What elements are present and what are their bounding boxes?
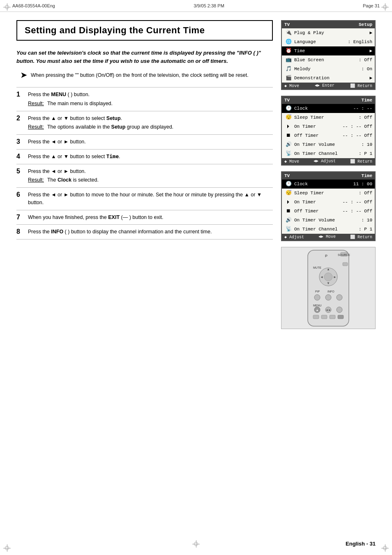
remote-svg: P SOURCE MUTE ▲ ▼ ◄ ► PIP INFO — [285, 248, 371, 328]
svg-rect-0 — [308, 250, 349, 326]
corner-mark-br — [381, 544, 389, 552]
svg-text:PIP: PIP — [315, 290, 320, 293]
svg-text:SOURCE: SOURCE — [338, 253, 350, 256]
time-menu1-header: TV Time — [282, 97, 375, 104]
step-number: 3 — [16, 135, 26, 150]
menu-item-label: Blue Screen — [294, 57, 357, 64]
step-number: 6 — [16, 188, 26, 210]
menu-item-value: -- : -- Off — [342, 123, 372, 130]
time2-menu-title: Time — [362, 173, 372, 178]
main-content: Setting and Displaying the Current Time … — [0, 12, 392, 337]
step-content: Press the ◄ or ► button to move to the h… — [26, 188, 273, 210]
step-content: When you have finished, press the EXIT (… — [26, 210, 273, 225]
step-content: Press the MENU ( ) button.Result:The mai… — [26, 88, 273, 111]
menu-item-row: 🔌Plug & Play▶ — [282, 28, 375, 37]
menu-item-row: 😴Sleep Timer: Off — [282, 189, 375, 198]
time2-footer-center: ◄► Move — [318, 235, 336, 240]
menu-item-value: ▶ — [369, 75, 372, 82]
menu-item-value: -- : -- Off — [342, 208, 372, 215]
menu-item-label: On Timer — [294, 123, 341, 130]
time-menu1-body: 🕐Clock-- : --😴Sleep Timer: Off⏵On Timer-… — [282, 104, 375, 158]
menu-item-row: 🕐Clock11 : 00 — [282, 180, 375, 189]
menu-item-icon: ⏹ — [284, 207, 293, 215]
svg-rect-24 — [321, 315, 327, 319]
step-number: 4 — [16, 149, 26, 164]
menu-item-value: : 10 — [362, 141, 372, 148]
menu-item-value: -- : -- — [353, 105, 372, 112]
header-center: 3/9/05 2:38 PM — [194, 3, 224, 8]
svg-point-14 — [314, 295, 320, 300]
time-menu2-screen: TV Time 🕐Clock11 : 00😴Sleep Timer: Off⏵O… — [281, 171, 376, 241]
svg-text:◄: ◄ — [320, 275, 323, 279]
menu-item-label: Plug & Play — [294, 30, 368, 37]
time-menu2-body: 🕐Clock11 : 00😴Sleep Timer: Off⏵On Timer-… — [282, 180, 375, 234]
title-box: Setting and Displaying the Current Time — [16, 20, 273, 41]
menu-item-icon: 😴 — [284, 189, 293, 197]
arrow-note-text: When pressing the "" button (On/Off) on … — [31, 71, 249, 79]
svg-text:►: ► — [333, 275, 337, 279]
setup-tv-label: TV — [284, 22, 290, 27]
svg-text:▲: ▲ — [316, 309, 319, 311]
menu-item-row: 📡On Timer Channel: P 1 — [282, 225, 375, 234]
menu-item-row: ⏹Off Timer-- : -- Off — [282, 131, 375, 140]
step-row: 8Press the INFO ( ) button to display th… — [16, 225, 273, 240]
arrow-symbol: ➤ — [21, 71, 27, 80]
menu-item-value: 11 : 00 — [353, 181, 372, 188]
menu-item-value: : 10 — [362, 217, 372, 224]
setup-footer-right: ⬜ Return — [350, 83, 372, 88]
time2-tv-label: TV — [284, 173, 290, 178]
time2-footer-left: ◆ Adjust — [284, 235, 304, 240]
menu-item-icon: 🔌 — [284, 29, 293, 37]
step-number: 5 — [16, 164, 26, 188]
svg-point-16 — [337, 295, 342, 300]
menu-item-row: 🎬Demonstration▶ — [282, 74, 375, 83]
menu-item-value: : Off — [359, 190, 372, 197]
menu-item-icon: ⏵ — [284, 198, 293, 206]
right-column: TV Setup 🔌Plug & Play▶🌐Language: English… — [281, 20, 376, 329]
step-content: Press the ▲ or ▼ button to select Time. — [26, 149, 273, 164]
svg-text:MUTE: MUTE — [313, 266, 321, 269]
svg-text:MENU: MENU — [313, 304, 322, 307]
arrow-note: ➤ When pressing the "" button (On/Off) o… — [16, 71, 273, 80]
step-content: Press the INFO ( ) button to display the… — [26, 225, 273, 240]
menu-item-icon: 🌐 — [284, 38, 293, 46]
menu-item-value: : On — [362, 66, 372, 73]
menu-item-label: Language — [294, 39, 346, 46]
setup-menu-body: 🔌Plug & Play▶🌐Language: English⏰Time▶📺Bl… — [282, 28, 375, 83]
time1-tv-label: TV — [284, 98, 290, 103]
svg-point-6 — [324, 273, 332, 281]
menu-item-row: 🎵Melody: On — [282, 64, 375, 74]
step-number: 1 — [16, 88, 26, 111]
menu-item-label: Time — [294, 48, 368, 55]
time1-footer-left: ◆ Move — [284, 159, 299, 164]
menu-item-icon: 🎵 — [284, 65, 293, 73]
svg-rect-25 — [330, 315, 335, 319]
corner-mark-tr — [381, 3, 389, 11]
menu-item-row: 🔊On Timer Volume: 10 — [282, 140, 375, 149]
time1-footer-center: ◄► Adjust — [314, 159, 336, 164]
menu-item-label: Demonstration — [294, 75, 368, 82]
step-row: 5Press the ◄ or ► button.Result:The Cloc… — [16, 164, 273, 188]
menu-item-icon: 🔊 — [284, 141, 293, 148]
footer-text: English - 31 — [346, 541, 376, 547]
menu-item-value: ▶ — [369, 30, 372, 37]
setup-menu-title: Setup — [359, 22, 372, 27]
svg-rect-23 — [313, 315, 319, 319]
setup-footer-left: ◆ Move — [284, 83, 299, 88]
svg-text:INFO: INFO — [327, 290, 334, 293]
step-content: Press the ◄ or ► button.Result:The Clock… — [26, 164, 273, 188]
time-menu1-footer: ◆ Move ◄► Adjust ⬜ Return — [282, 158, 375, 165]
menu-item-row: 🕐Clock-- : -- — [282, 104, 375, 113]
menu-item-label: Sleep Timer — [294, 114, 357, 121]
menu-item-icon: ⏰ — [284, 47, 293, 55]
time1-footer-right: ⬜ Return — [350, 159, 372, 164]
menu-item-icon: 🕐 — [284, 105, 293, 112]
step-content: Press the ◄ or ► button. — [26, 135, 273, 150]
step-row: 7When you have finished, press the EXIT … — [16, 210, 273, 225]
menu-item-label: Melody — [294, 66, 360, 73]
time-menu1-screen: TV Time 🕐Clock-- : --😴Sleep Timer: Off⏵O… — [281, 96, 376, 166]
corner-mark-tl — [3, 3, 11, 11]
remote-control-image: P SOURCE MUTE ▲ ▼ ◄ ► PIP INFO — [281, 247, 376, 329]
time1-menu-title: Time — [362, 98, 372, 103]
svg-point-20 — [337, 307, 342, 313]
